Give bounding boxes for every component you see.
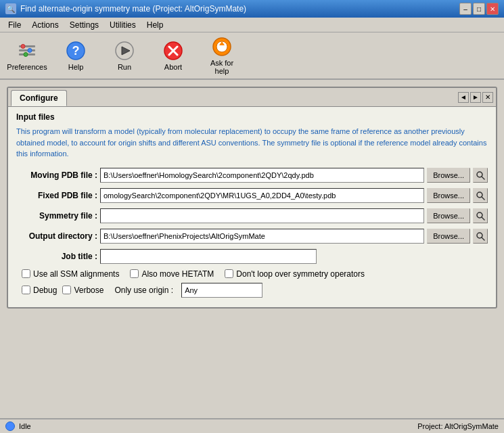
origin-input[interactable] — [181, 283, 262, 298]
search-icon — [476, 191, 485, 200]
svg-line-17 — [482, 177, 484, 179]
search-icon — [476, 231, 485, 241]
description-text: This program will transform a model (typ… — [16, 126, 488, 160]
svg-line-23 — [482, 237, 484, 240]
symmetry-file-search-button[interactable] — [473, 208, 488, 223]
svg-rect-1 — [19, 49, 35, 51]
fixed-pdb-label: Fixed PDB file : — [16, 191, 97, 200]
status-left: Idle — [5, 421, 31, 431]
configure-tab-content: Input files This program will transform … — [8, 107, 496, 307]
output-dir-search-button[interactable] — [473, 229, 488, 244]
tab-prev-button[interactable]: ◄ — [458, 92, 469, 103]
menu-utilities[interactable]: Utilities — [104, 19, 141, 31]
noloop-checkbox[interactable] — [225, 269, 233, 278]
verbose-checkbox-label[interactable]: Verbose — [62, 286, 104, 295]
noloop-label: Don't loop over symmetry operators — [236, 269, 365, 279]
window-title: Find alternate-origin symmetry mate (Pro… — [20, 4, 246, 14]
title-bar: 🔍 Find alternate-origin symmetry mate (P… — [0, 0, 504, 18]
fixed-pdb-browse-button[interactable]: Browse... — [427, 188, 470, 203]
checkboxes-row-1: Use all SSM alignments Also move HETATM … — [22, 269, 488, 279]
tab-nav: ◄ ► ✕ — [458, 92, 493, 103]
abort-button[interactable]: Abort — [152, 35, 195, 76]
ssm-checkbox-label[interactable]: Use all SSM alignments — [22, 269, 119, 279]
search-icon — [476, 170, 485, 180]
status-bar: Idle Project: AltOrigSymMate — [0, 418, 504, 433]
checkboxes-row-2: Debug Verbose Only use origin : — [22, 283, 488, 298]
ask-for-help-label: Ask for help — [204, 59, 240, 75]
hetatm-checkbox[interactable] — [130, 269, 139, 278]
section-title: Input files — [16, 112, 488, 122]
verbose-label: Verbose — [74, 286, 104, 295]
preferences-icon — [16, 40, 38, 62]
output-dir-row: Output directory : Browse... — [16, 229, 488, 244]
preferences-button[interactable]: Preferences — [5, 35, 49, 76]
run-icon — [114, 40, 135, 62]
menu-help[interactable]: Help — [141, 19, 169, 31]
tab-container: Configure ◄ ► ✕ Input files This program… — [7, 87, 497, 309]
run-label: Run — [118, 63, 131, 71]
moving-pdb-label: Moving PDB file : — [16, 170, 97, 180]
symmetry-file-browse-button[interactable]: Browse... — [427, 208, 470, 223]
noloop-checkbox-label[interactable]: Don't loop over symmetry operators — [225, 269, 365, 279]
verbose-checkbox[interactable] — [62, 286, 71, 294]
minimize-button[interactable]: – — [459, 3, 472, 15]
svg-point-4 — [28, 49, 32, 53]
symmetry-file-label: Symmetry file : — [16, 211, 97, 221]
debug-checkbox-label[interactable]: Debug — [22, 286, 57, 295]
help-icon: ? — [65, 40, 87, 62]
output-dir-browse-button[interactable]: Browse... — [427, 229, 470, 244]
menu-actions[interactable]: Actions — [26, 19, 64, 31]
job-title-input[interactable] — [100, 249, 317, 264]
svg-line-19 — [482, 197, 484, 200]
tab-close-button[interactable]: ✕ — [482, 92, 493, 103]
fixed-pdb-input[interactable] — [100, 188, 424, 203]
ssm-checkbox[interactable] — [22, 269, 30, 278]
moving-pdb-row: Moving PDB file : Browse... — [16, 168, 488, 183]
svg-line-21 — [482, 217, 484, 220]
tab-configure[interactable]: Configure — [11, 90, 67, 106]
origin-label: Only use origin : — [114, 286, 173, 295]
output-dir-input[interactable] — [100, 229, 424, 244]
hetatm-checkbox-label[interactable]: Also move HETATM — [130, 269, 214, 279]
window-controls: – □ ✕ — [459, 3, 499, 15]
job-title-label: Job title : — [16, 252, 97, 261]
output-dir-label: Output directory : — [16, 231, 97, 241]
job-title-row: Job title : — [16, 249, 488, 264]
project-label: Project: AltOrigSymMate — [417, 422, 499, 430]
moving-pdb-input[interactable] — [100, 168, 424, 183]
moving-pdb-search-button[interactable] — [473, 168, 488, 183]
svg-point-3 — [21, 45, 25, 49]
abort-label: Abort — [164, 63, 182, 71]
fixed-pdb-row: Fixed PDB file : Browse... — [16, 188, 488, 203]
fixed-pdb-search-button[interactable] — [473, 188, 488, 203]
hetatm-label: Also move HETATM — [141, 269, 214, 279]
moving-pdb-browse-button[interactable]: Browse... — [427, 168, 470, 183]
svg-point-5 — [24, 53, 28, 57]
search-icon — [476, 211, 485, 221]
symmetry-file-row: Symmetry file : Browse... — [16, 208, 488, 223]
menu-settings[interactable]: Settings — [64, 19, 104, 31]
main-content: Configure ◄ ► ✕ Input files This program… — [0, 80, 504, 315]
menu-bar: File Actions Settings Utilities Help — [0, 18, 504, 32]
run-button[interactable]: Run — [103, 35, 146, 76]
svg-text:?: ? — [72, 44, 80, 58]
preferences-label: Preferences — [7, 63, 47, 71]
app-icon: 🔍 — [5, 3, 16, 14]
tab-bar: Configure ◄ ► ✕ — [8, 88, 496, 107]
toolbar: Preferences ? Help Run A — [0, 32, 504, 80]
ask-for-help-button[interactable]: Ask for help — [200, 35, 244, 76]
status-indicator — [5, 421, 15, 431]
tab-next-button[interactable]: ► — [470, 92, 481, 103]
ssm-label: Use all SSM alignments — [33, 269, 119, 279]
debug-label: Debug — [33, 286, 57, 295]
help-label: Help — [68, 63, 84, 71]
abort-icon — [162, 40, 184, 62]
debug-checkbox[interactable] — [22, 286, 30, 294]
close-button[interactable]: ✕ — [486, 3, 499, 15]
status-text: Idle — [19, 422, 31, 430]
menu-file[interactable]: File — [3, 19, 26, 31]
help-button[interactable]: ? Help — [54, 35, 97, 76]
ask-for-help-icon — [211, 36, 233, 58]
maximize-button[interactable]: □ — [473, 3, 485, 15]
symmetry-file-input[interactable] — [100, 208, 424, 223]
